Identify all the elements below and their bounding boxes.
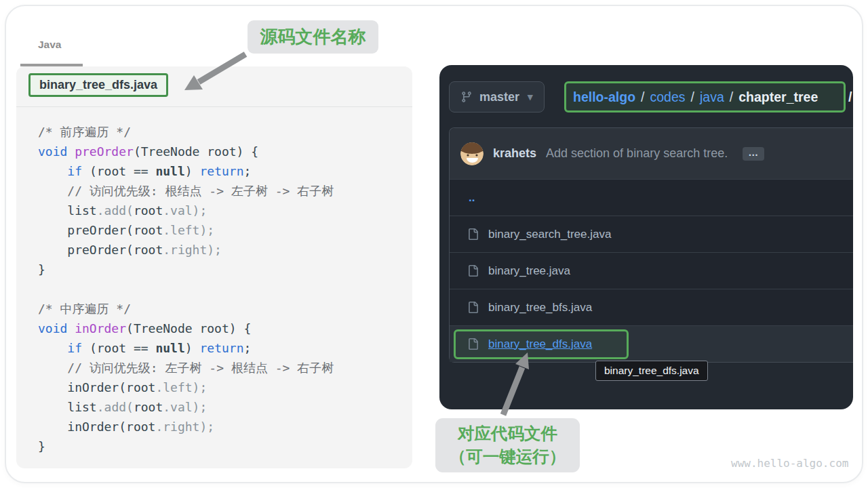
caret-down-icon: ▾ — [528, 91, 533, 103]
code-line: list.add(root.val); — [38, 201, 407, 220]
branch-selector-button[interactable]: master ▾ — [449, 81, 545, 113]
highlight-box: binary_tree_dfs.java — [454, 329, 629, 359]
annotation-line-2: （可一键运行） — [435, 445, 580, 468]
branch-name: master — [479, 90, 519, 104]
breadcrumb-separator: / — [730, 89, 733, 105]
file-table: krahets Add section of binary search tre… — [449, 127, 853, 363]
breadcrumb-separator: / — [641, 89, 644, 105]
file-list: ..binary_search_tree.javabinary_tree.jav… — [450, 179, 853, 362]
code-line: void preOrder(TreeNode root) { — [38, 142, 407, 161]
code-line: // 访问优先级: 左子树 -> 根结点 -> 右子树 — [38, 358, 407, 378]
code-line: /* 前序遍历 */ — [38, 122, 407, 142]
code-line: if (root == null) return; — [38, 161, 407, 181]
file-icon — [467, 265, 479, 277]
file-row[interactable]: binary_tree.java — [450, 252, 853, 289]
code-line: // 访问优先级: 根结点 -> 左子树 -> 右子树 — [38, 181, 407, 201]
breadcrumb-codes-link[interactable]: codes — [650, 89, 686, 105]
commit-ellipsis-button[interactable]: … — [743, 147, 764, 161]
breadcrumb: hello-algo / codes / java / chapter_tree — [564, 81, 846, 113]
file-icon — [467, 338, 479, 350]
tooltip: binary_tree_dfs.java — [595, 361, 708, 381]
code-line: preOrder(root.right); — [38, 240, 407, 260]
file-icon — [467, 228, 479, 240]
commit-row: krahets Add section of binary search tre… — [450, 128, 853, 179]
breadcrumb-trailing-slash: / — [848, 81, 852, 113]
code-line: void inOrder(TreeNode root) { — [38, 319, 407, 338]
github-panel: master ▾ hello-algo / codes / java / cha… — [439, 65, 853, 409]
tab-java[interactable]: Java — [38, 39, 61, 51]
annotation-source-filename: 源码文件名称 — [248, 20, 378, 54]
avatar[interactable] — [460, 142, 484, 165]
code-line — [38, 279, 407, 299]
code-line: } — [38, 436, 407, 456]
file-link[interactable]: binary_tree_bfs.java — [488, 301, 592, 314]
code-header: binary_tree_dfs.java — [16, 66, 412, 107]
parent-dir-link[interactable]: .. — [469, 191, 475, 205]
file-icon — [467, 302, 479, 313]
file-link[interactable]: binary_search_tree.java — [488, 228, 611, 241]
code-line: if (root == null) return; — [38, 338, 407, 358]
code-line: } — [38, 260, 407, 279]
commit-message-link[interactable]: Add section of binary search tree. — [546, 146, 728, 161]
code-panel: binary_tree_dfs.java /* 前序遍历 */void preO… — [16, 66, 412, 468]
code-line: inOrder(root.left); — [38, 378, 407, 397]
file-row-parent[interactable]: .. — [450, 179, 853, 216]
annotation-code-file: 对应代码文件 （可一键运行） — [435, 418, 580, 472]
breadcrumb-repo-link[interactable]: hello-algo — [573, 89, 635, 105]
git-branch-icon — [460, 91, 473, 103]
annotation-line-1: 对应代码文件 — [435, 422, 580, 445]
breadcrumb-current-dir: chapter_tree — [738, 89, 818, 105]
breadcrumb-separator: / — [691, 89, 694, 105]
watermark: www.hello-algo.com — [731, 457, 848, 470]
code-line: list.add(root.val); — [38, 397, 407, 417]
file-row[interactable]: binary_tree_dfs.java — [450, 325, 853, 362]
breadcrumb-java-link[interactable]: java — [700, 89, 724, 105]
commit-author-link[interactable]: krahets — [493, 146, 536, 161]
code-line: preOrder(root.left); — [38, 220, 407, 240]
file-link[interactable]: binary_tree.java — [488, 264, 570, 278]
code-block: /* 前序遍历 */void preOrder(TreeNode root) {… — [38, 122, 407, 456]
filename-box: binary_tree_dfs.java — [28, 73, 168, 97]
file-row[interactable]: binary_tree_bfs.java — [450, 289, 853, 325]
file-link[interactable]: binary_tree_dfs.java — [488, 338, 592, 351]
code-line: inOrder(root.right); — [38, 417, 407, 436]
code-line: /* 中序遍历 */ — [38, 299, 407, 319]
file-row[interactable]: binary_search_tree.java — [450, 216, 853, 252]
